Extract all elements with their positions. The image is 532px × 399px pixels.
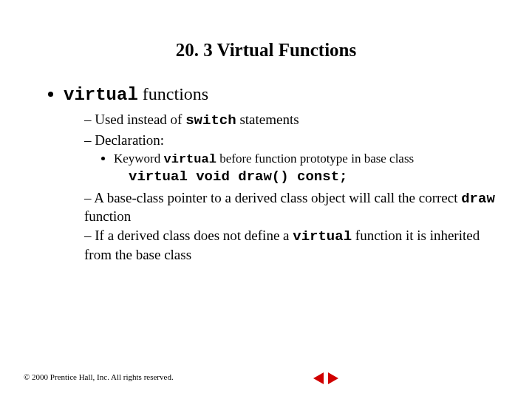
bullet-l2-item: If a derived class does not define a vir… bbox=[84, 227, 502, 264]
text: Keyword bbox=[114, 151, 164, 166]
bullet-list-level2: Used instead of switch statements Declar… bbox=[64, 111, 502, 264]
code-keyword: draw bbox=[461, 191, 495, 207]
next-slide-icon[interactable] bbox=[328, 372, 338, 384]
slide-body: virtual functions Used instead of switch… bbox=[0, 61, 532, 264]
text: A base-class pointer to a derived class … bbox=[94, 190, 461, 205]
bullet-l1-item: virtual functions Used instead of switch… bbox=[64, 83, 502, 264]
prev-slide-icon[interactable] bbox=[313, 372, 324, 384]
text: statements bbox=[236, 112, 299, 127]
copyright-footer: © 2000 Prentice Hall, Inc. All rights re… bbox=[24, 372, 508, 381]
code-block: virtual void draw() const; bbox=[129, 168, 502, 186]
code-keyword: virtual bbox=[164, 152, 216, 166]
text: functions bbox=[138, 84, 208, 103]
bullet-l2-item: A base-class pointer to a derived class … bbox=[84, 189, 502, 226]
bullet-l3-item: Keyword virtual before function prototyp… bbox=[114, 151, 502, 167]
bullet-l2-item: Declaration: Keyword virtual before func… bbox=[84, 132, 502, 186]
text: function bbox=[84, 208, 131, 224]
slide: 20. 3 Virtual Functions virtual function… bbox=[0, 0, 532, 399]
text: Declaration: bbox=[95, 132, 164, 148]
nav-buttons bbox=[313, 372, 338, 384]
bullet-list-level1: virtual functions Used instead of switch… bbox=[30, 83, 502, 264]
code-keyword: switch bbox=[185, 112, 236, 129]
slide-title: 20. 3 Virtual Functions bbox=[0, 0, 532, 61]
code-keyword: virtual bbox=[293, 228, 352, 245]
code-keyword: virtual bbox=[64, 85, 138, 105]
bullet-l2-item: Used instead of switch statements bbox=[84, 111, 502, 130]
text: Used instead of bbox=[95, 112, 185, 127]
bullet-list-level3: Keyword virtual before function prototyp… bbox=[84, 151, 502, 167]
text: If a derived class does not define a bbox=[95, 228, 293, 243]
text: before function prototype in base class bbox=[216, 151, 414, 166]
